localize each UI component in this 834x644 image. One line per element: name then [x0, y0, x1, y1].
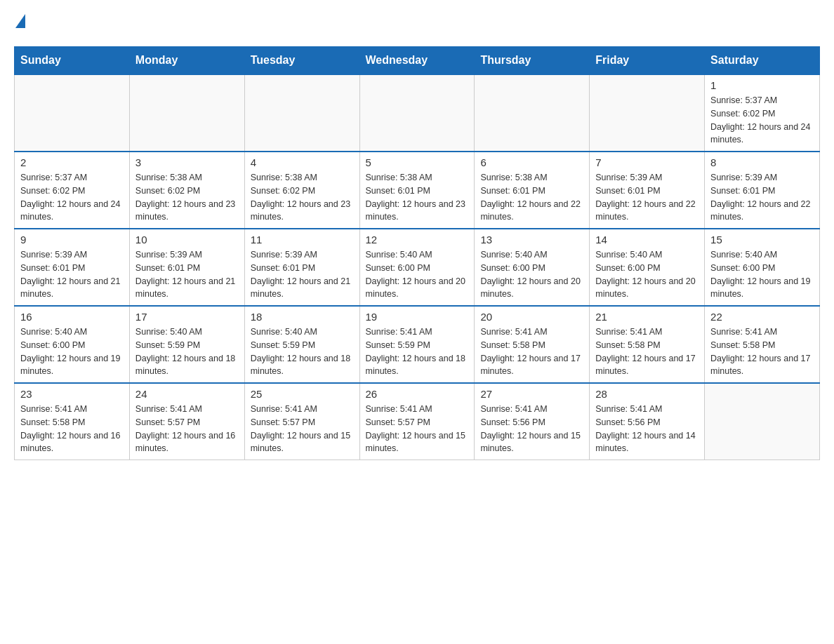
- day-info: Sunrise: 5:38 AMSunset: 6:02 PMDaylight:…: [135, 171, 239, 224]
- calendar-cell: 6Sunrise: 5:38 AMSunset: 6:01 PMDaylight…: [475, 152, 590, 229]
- day-info: Sunrise: 5:37 AMSunset: 6:02 PMDaylight:…: [20, 171, 124, 224]
- day-number: 10: [135, 234, 239, 246]
- calendar-cell: 24Sunrise: 5:41 AMSunset: 5:57 PMDayligh…: [129, 383, 244, 460]
- day-number: 28: [595, 388, 699, 400]
- calendar-cell: 26Sunrise: 5:41 AMSunset: 5:57 PMDayligh…: [359, 383, 475, 460]
- calendar-cell: 5Sunrise: 5:38 AMSunset: 6:01 PMDaylight…: [359, 152, 475, 229]
- week-row-4: 16Sunrise: 5:40 AMSunset: 6:00 PMDayligh…: [15, 306, 820, 383]
- day-number: 2: [20, 156, 124, 168]
- weekday-header-wednesday: Wednesday: [359, 47, 475, 75]
- calendar-cell: [590, 74, 705, 152]
- day-number: 8: [710, 156, 814, 168]
- day-number: 18: [251, 311, 354, 323]
- day-number: 9: [20, 234, 124, 246]
- day-number: 23: [20, 388, 124, 400]
- day-info: Sunrise: 5:41 AMSunset: 5:57 PMDaylight:…: [366, 403, 469, 455]
- day-number: 3: [135, 156, 239, 168]
- calendar-cell: 14Sunrise: 5:40 AMSunset: 6:00 PMDayligh…: [590, 229, 705, 306]
- day-info: Sunrise: 5:41 AMSunset: 5:58 PMDaylight:…: [710, 326, 814, 378]
- day-info: Sunrise: 5:40 AMSunset: 6:00 PMDaylight:…: [366, 248, 469, 301]
- calendar-cell: 8Sunrise: 5:39 AMSunset: 6:01 PMDaylight…: [705, 152, 820, 229]
- day-number: 22: [710, 311, 814, 323]
- day-info: Sunrise: 5:38 AMSunset: 6:01 PMDaylight:…: [366, 171, 469, 224]
- calendar-cell: 9Sunrise: 5:39 AMSunset: 6:01 PMDaylight…: [15, 229, 130, 306]
- calendar-cell: 10Sunrise: 5:39 AMSunset: 6:01 PMDayligh…: [129, 229, 244, 306]
- logo-triangle-icon: [15, 14, 25, 28]
- day-info: Sunrise: 5:40 AMSunset: 6:00 PMDaylight:…: [20, 326, 124, 378]
- weekday-header-friday: Friday: [590, 47, 705, 75]
- day-number: 5: [366, 156, 469, 168]
- day-info: Sunrise: 5:39 AMSunset: 6:01 PMDaylight:…: [251, 248, 354, 301]
- day-number: 16: [20, 311, 124, 323]
- day-number: 15: [710, 234, 814, 246]
- day-number: 24: [135, 388, 239, 400]
- day-number: 17: [135, 311, 239, 323]
- calendar-cell: 12Sunrise: 5:40 AMSunset: 6:00 PMDayligh…: [359, 229, 475, 306]
- day-number: 19: [366, 311, 469, 323]
- calendar-table: SundayMondayTuesdayWednesdayThursdayFrid…: [14, 46, 820, 460]
- day-number: 21: [595, 311, 699, 323]
- day-info: Sunrise: 5:40 AMSunset: 6:00 PMDaylight:…: [710, 248, 814, 301]
- day-info: Sunrise: 5:41 AMSunset: 5:56 PMDaylight:…: [595, 403, 699, 455]
- day-number: 11: [251, 234, 354, 246]
- calendar-cell: 25Sunrise: 5:41 AMSunset: 5:57 PMDayligh…: [244, 383, 359, 460]
- day-info: Sunrise: 5:39 AMSunset: 6:01 PMDaylight:…: [595, 171, 699, 224]
- day-number: 4: [251, 156, 354, 168]
- calendar-cell: 3Sunrise: 5:38 AMSunset: 6:02 PMDaylight…: [129, 152, 244, 229]
- day-info: Sunrise: 5:41 AMSunset: 5:58 PMDaylight:…: [595, 326, 699, 378]
- calendar-cell: 7Sunrise: 5:39 AMSunset: 6:01 PMDaylight…: [590, 152, 705, 229]
- weekday-header-sunday: Sunday: [15, 47, 130, 75]
- day-info: Sunrise: 5:39 AMSunset: 6:01 PMDaylight:…: [135, 248, 239, 301]
- calendar-cell: 2Sunrise: 5:37 AMSunset: 6:02 PMDaylight…: [15, 152, 130, 229]
- day-number: 25: [251, 388, 354, 400]
- day-info: Sunrise: 5:41 AMSunset: 5:57 PMDaylight:…: [251, 403, 354, 455]
- logo: [14, 14, 25, 32]
- weekday-header-tuesday: Tuesday: [244, 47, 359, 75]
- day-info: Sunrise: 5:41 AMSunset: 5:58 PMDaylight:…: [20, 403, 124, 455]
- calendar-cell: 13Sunrise: 5:40 AMSunset: 6:00 PMDayligh…: [475, 229, 590, 306]
- day-info: Sunrise: 5:41 AMSunset: 5:57 PMDaylight:…: [135, 403, 239, 455]
- calendar-cell: 18Sunrise: 5:40 AMSunset: 5:59 PMDayligh…: [244, 306, 359, 383]
- calendar-cell: 28Sunrise: 5:41 AMSunset: 5:56 PMDayligh…: [590, 383, 705, 460]
- calendar-cell: 16Sunrise: 5:40 AMSunset: 6:00 PMDayligh…: [15, 306, 130, 383]
- week-row-5: 23Sunrise: 5:41 AMSunset: 5:58 PMDayligh…: [15, 383, 820, 460]
- calendar-cell: [705, 383, 820, 460]
- calendar-cell: 27Sunrise: 5:41 AMSunset: 5:56 PMDayligh…: [475, 383, 590, 460]
- calendar-cell: [475, 74, 590, 152]
- calendar-cell: 1Sunrise: 5:37 AMSunset: 6:02 PMDaylight…: [705, 74, 820, 152]
- day-info: Sunrise: 5:37 AMSunset: 6:02 PMDaylight:…: [710, 94, 814, 147]
- day-info: Sunrise: 5:38 AMSunset: 6:01 PMDaylight:…: [480, 171, 583, 224]
- calendar-cell: [244, 74, 359, 152]
- day-number: 14: [595, 234, 699, 246]
- calendar-cell: [15, 74, 130, 152]
- day-info: Sunrise: 5:41 AMSunset: 5:59 PMDaylight:…: [366, 326, 469, 378]
- day-number: 20: [480, 311, 583, 323]
- calendar-cell: 22Sunrise: 5:41 AMSunset: 5:58 PMDayligh…: [705, 306, 820, 383]
- week-row-3: 9Sunrise: 5:39 AMSunset: 6:01 PMDaylight…: [15, 229, 820, 306]
- day-info: Sunrise: 5:40 AMSunset: 5:59 PMDaylight:…: [135, 326, 239, 378]
- day-info: Sunrise: 5:38 AMSunset: 6:02 PMDaylight:…: [251, 171, 354, 224]
- calendar-cell: 17Sunrise: 5:40 AMSunset: 5:59 PMDayligh…: [129, 306, 244, 383]
- day-number: 27: [480, 388, 583, 400]
- calendar-cell: 15Sunrise: 5:40 AMSunset: 6:00 PMDayligh…: [705, 229, 820, 306]
- calendar-cell: 23Sunrise: 5:41 AMSunset: 5:58 PMDayligh…: [15, 383, 130, 460]
- day-info: Sunrise: 5:41 AMSunset: 5:58 PMDaylight:…: [480, 326, 583, 378]
- day-info: Sunrise: 5:39 AMSunset: 6:01 PMDaylight:…: [20, 248, 124, 301]
- weekday-header-saturday: Saturday: [705, 47, 820, 75]
- weekday-header-monday: Monday: [129, 47, 244, 75]
- day-info: Sunrise: 5:40 AMSunset: 5:59 PMDaylight:…: [251, 326, 354, 378]
- day-info: Sunrise: 5:39 AMSunset: 6:01 PMDaylight:…: [710, 171, 814, 224]
- day-info: Sunrise: 5:40 AMSunset: 6:00 PMDaylight:…: [480, 248, 583, 301]
- calendar-cell: 19Sunrise: 5:41 AMSunset: 5:59 PMDayligh…: [359, 306, 475, 383]
- page-header: [14, 14, 820, 32]
- day-number: 6: [480, 156, 583, 168]
- calendar-cell: [359, 74, 475, 152]
- weekday-header-thursday: Thursday: [475, 47, 590, 75]
- weekday-header-row: SundayMondayTuesdayWednesdayThursdayFrid…: [15, 47, 820, 75]
- calendar-cell: [129, 74, 244, 152]
- calendar-cell: 11Sunrise: 5:39 AMSunset: 6:01 PMDayligh…: [244, 229, 359, 306]
- day-info: Sunrise: 5:41 AMSunset: 5:56 PMDaylight:…: [480, 403, 583, 455]
- calendar-cell: 4Sunrise: 5:38 AMSunset: 6:02 PMDaylight…: [244, 152, 359, 229]
- day-number: 26: [366, 388, 469, 400]
- week-row-2: 2Sunrise: 5:37 AMSunset: 6:02 PMDaylight…: [15, 152, 820, 229]
